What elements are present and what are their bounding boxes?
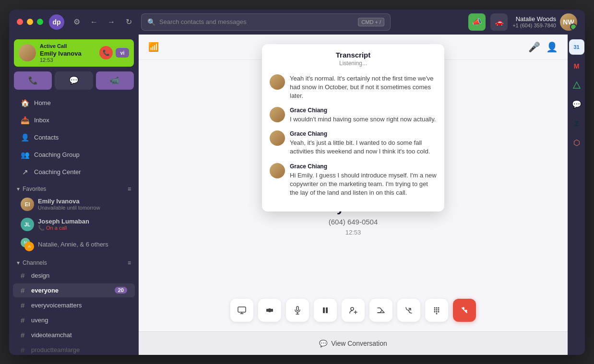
- multi-avatars: N A: [21, 238, 34, 251]
- sidebar-item-coaching-group[interactable]: 👥 Coaching Group: [13, 147, 135, 163]
- caller-phone: (604) 649-0504: [329, 218, 378, 226]
- svg-point-14: [434, 311, 436, 312]
- channel-item-productteamlarge[interactable]: # productteamlarge: [13, 343, 135, 355]
- channel-item-everyvoicematters[interactable]: # everyvoicematters: [13, 298, 135, 312]
- t-text-2: I wouldn't mind having some snow right n…: [290, 115, 437, 124]
- sidebar-action-buttons: 📞 💬 📹: [9, 71, 139, 94]
- caller-time: 12:53: [345, 229, 361, 236]
- channel-item-videoteamchat[interactable]: # videoteamchat: [13, 328, 135, 342]
- sidebar-item-contacts[interactable]: 👤 Contacts: [13, 129, 135, 146]
- pause-button[interactable]: [314, 299, 337, 322]
- messages-button[interactable]: 💬: [569, 97, 584, 112]
- nav-coaching-center-label: Coaching Center: [34, 168, 81, 176]
- t-text-4: Hi Emily. I guess I should introduce mys…: [290, 171, 437, 198]
- t-avatar-1: [270, 74, 285, 90]
- svg-rect-4: [297, 306, 298, 311]
- favorite-item-joseph[interactable]: JL Joseph Lumaban 📞 On a call: [13, 215, 135, 234]
- t-avatar-3: [270, 130, 285, 146]
- transfer-button[interactable]: [397, 299, 420, 322]
- end-call-button[interactable]: [453, 299, 476, 322]
- favorites-label: Favorites: [23, 186, 46, 192]
- active-call-info: Active Call Emily Ivanova 12:53: [40, 43, 82, 63]
- channel-name-everyone: everyone: [31, 287, 111, 294]
- merge-button[interactable]: [369, 299, 392, 322]
- coaching-center-icon: ↗: [21, 168, 29, 176]
- view-conversation-label: View Conversation: [331, 340, 387, 347]
- favorite-item-multi[interactable]: N A Natalie, Annie, & 6 others: [13, 235, 135, 254]
- avatar[interactable]: NW: [560, 13, 577, 31]
- transcript-overlay: Transcript Listening... Yeah it's normal…: [262, 44, 444, 212]
- sidebar-item-coaching-center[interactable]: ↗ Coaching Center: [13, 164, 135, 180]
- sidebar-item-home[interactable]: 🏠 Home: [13, 95, 135, 111]
- back-button[interactable]: ←: [87, 15, 101, 29]
- svg-rect-5: [323, 307, 325, 313]
- channel-item-uveng[interactable]: # uveng: [13, 313, 135, 327]
- avatar-img: NW: [560, 13, 577, 31]
- add-person-button[interactable]: [342, 299, 365, 322]
- sidebar-item-inbox[interactable]: 📥 Inbox: [13, 112, 135, 129]
- settings-button[interactable]: ⚙: [70, 15, 83, 29]
- cmd-badge: CMD + /: [358, 18, 384, 26]
- active-call-name: Emily Ivanova: [40, 50, 82, 57]
- user-name: Natalie Woods: [512, 15, 556, 23]
- channel-badge-everyone: 20: [115, 287, 127, 294]
- gmail-button[interactable]: M: [569, 59, 584, 74]
- call-end-button[interactable]: 📞: [99, 46, 113, 59]
- favorites-options-icon: ≡: [128, 186, 131, 192]
- app-window: dp ⚙ ← → ↻ 🔍 CMD + / 📣 🚗 Natalie Woods +…: [9, 10, 585, 355]
- channel-hash-icon: #: [21, 331, 27, 339]
- channels-options-icon: ≡: [128, 259, 131, 266]
- close-btn[interactable]: [17, 19, 23, 25]
- active-call-avatar: [19, 44, 36, 61]
- fav-name-emily: Emily Ivanova: [38, 198, 100, 205]
- record-button[interactable]: [258, 299, 281, 322]
- user-phone: +1 (604) 359-7840: [512, 23, 556, 28]
- chat-icon: 💬: [319, 340, 327, 347]
- refresh-button[interactable]: ↻: [122, 15, 135, 29]
- phone-action-button[interactable]: 📞: [14, 71, 52, 90]
- fav-name-joseph: Joseph Lumaban: [38, 218, 89, 225]
- channel-item-design[interactable]: # design: [13, 269, 135, 282]
- maximize-btn[interactable]: [37, 19, 43, 25]
- favorites-header[interactable]: ▾ Favorites ≡: [9, 181, 139, 194]
- calendar-button[interactable]: 31: [569, 39, 584, 55]
- hubspot-button[interactable]: ⬡: [569, 135, 584, 151]
- google-drive-button[interactable]: [569, 78, 584, 93]
- inbox-icon: 📥: [21, 116, 29, 125]
- contacts-icon: 👤: [21, 133, 29, 142]
- forward-button[interactable]: →: [105, 15, 118, 29]
- active-call-banner[interactable]: Active Call Emily Ivanova 12:53 📞 vi: [14, 39, 134, 67]
- search-input[interactable]: [159, 18, 354, 25]
- apps-button[interactable]: 🚗: [490, 13, 508, 31]
- content-area: 📶 🎤 👤 Transcript Listening... Yeah it's …: [139, 35, 568, 355]
- dialpad-button[interactable]: [425, 299, 448, 322]
- transcript-title: Transcript: [270, 51, 437, 59]
- video-action-button[interactable]: 📹: [96, 71, 134, 90]
- channel-item-everyone[interactable]: # everyone 20: [13, 283, 135, 297]
- zendesk-button[interactable]: Z: [569, 116, 584, 131]
- channels-header[interactable]: ▾ Channels ≡: [9, 255, 139, 268]
- t-text-3: Yeah, it's just a little bit. I wanted t…: [290, 139, 437, 156]
- view-conversation[interactable]: 💬 View Conversation: [139, 331, 568, 355]
- mic-icon[interactable]: 🎤: [528, 41, 540, 53]
- favorite-item-emily[interactable]: EI Emily Ivanova Unavailable until tomor…: [13, 195, 135, 214]
- call-vi-button[interactable]: vi: [116, 48, 129, 58]
- notification-button[interactable]: 📣: [468, 13, 486, 31]
- t-name-2: Grace Chiang: [290, 107, 437, 114]
- nav-home-label: Home: [34, 99, 51, 106]
- mute-button[interactable]: [286, 299, 309, 322]
- fav-status-emily: Unavailable until tomorrow: [38, 205, 100, 211]
- minimize-btn[interactable]: [27, 19, 33, 25]
- person-icon[interactable]: 👤: [546, 41, 558, 53]
- channel-name-uveng: uveng: [31, 317, 127, 324]
- channels-label: Channels: [23, 259, 47, 266]
- channel-hash-icon: #: [21, 346, 27, 354]
- channel-hash-icon: #: [21, 286, 27, 294]
- svg-point-9: [436, 307, 438, 308]
- screen-share-button[interactable]: [230, 299, 253, 322]
- chat-action-button[interactable]: 💬: [55, 71, 93, 90]
- call-controls: [139, 289, 568, 331]
- channel-name-productteamlarge: productteamlarge: [31, 346, 127, 353]
- transcript-message-2: Grace Chiang I wouldn't mind having some…: [270, 107, 437, 124]
- fav-status-joseph: 📞 On a call: [38, 225, 89, 231]
